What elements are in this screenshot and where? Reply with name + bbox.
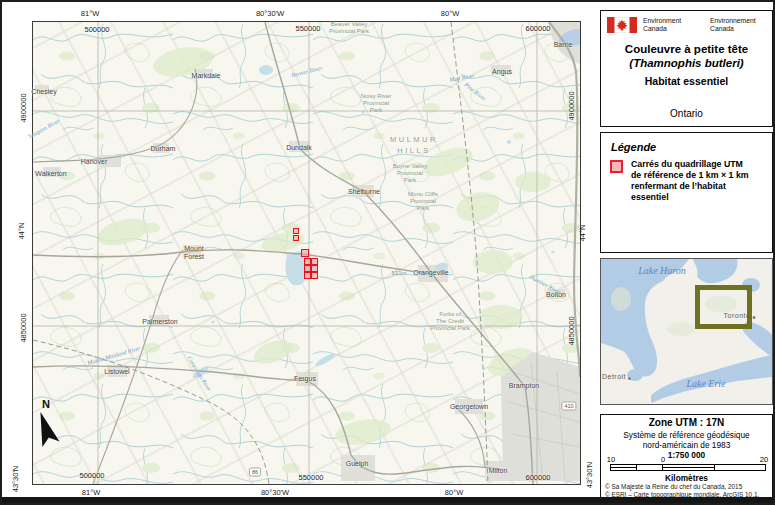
legend-item-text: Carrés du quadrillage UTM de référence d… (631, 159, 767, 203)
dept-name-fr: Environnement Canada (710, 17, 756, 33)
inset-extent-rect (695, 285, 752, 329)
inset-map-art (601, 259, 772, 404)
latitude-label: 43°30'N (12, 466, 21, 493)
utm-zone-label: Zone UTM : 17N (601, 417, 772, 428)
north-arrow-icon (30, 408, 62, 449)
longitude-label: 80°30'W (256, 10, 284, 19)
topo-map-art (33, 22, 580, 484)
latitude-label: 44°N (18, 223, 27, 240)
map-region: Ontario (601, 108, 772, 119)
scale-bar-number: 0 (661, 455, 665, 464)
legend-heading: Légende (611, 141, 656, 153)
north-arrow-label: N (32, 398, 60, 410)
scale-bar-number: 10 (607, 455, 615, 464)
map-document-page: N Environment Canada Environnement Canad… (0, 0, 775, 505)
utm-northing-label: 4900000 (20, 93, 29, 122)
scale-ratio: 1:750 000 (601, 450, 772, 460)
dept-name-en: Environment Canada (643, 17, 681, 33)
inset-locator-map (600, 258, 773, 405)
datum-line2: nord-américain de 1983 (601, 440, 772, 450)
scale-unit: Kilomètres (601, 473, 772, 483)
legend-box: Légende Carrés du quadrillage UTM de réf… (600, 132, 773, 253)
map-title-common-name: Couleuvre à petite tête (601, 43, 772, 55)
habitat-square-swatch (610, 160, 623, 173)
title-box: Environment Canada Environnement Canada … (600, 10, 773, 127)
longitude-label: 81°W (81, 10, 99, 19)
copyright-line1: © Sa Majesté la Reine du chef du Canada,… (605, 484, 742, 490)
latitude-label: 43°30'N (586, 462, 595, 489)
scale-bar-number: 20 (760, 455, 768, 464)
page-bottom-border (2, 497, 773, 503)
scale-bar (610, 464, 766, 471)
longitude-label: 80°W (441, 10, 459, 19)
datum-line1: Système de référence géodésique (601, 430, 772, 440)
main-map (32, 21, 581, 485)
canada-flag-icon (607, 17, 637, 33)
map-title-scientific-name: (Thamnophis butleri) (601, 57, 772, 69)
utm-northing-label: 4850000 (20, 313, 29, 342)
north-arrow: N (32, 398, 60, 452)
map-title-subject: Habitat essentiel (601, 75, 772, 87)
scale-box: Zone UTM : 17N Système de référence géod… (600, 414, 773, 498)
